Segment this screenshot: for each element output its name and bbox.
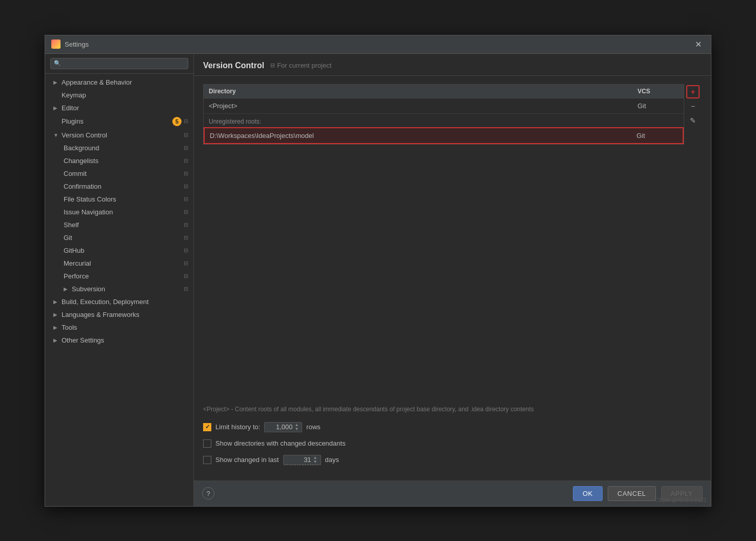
arrow-icon: ▶ — [53, 79, 59, 85]
side-actions: + − ✎ — [684, 84, 702, 151]
sidebar-item-tools[interactable]: ▶ Tools — [45, 321, 193, 334]
sidebar-item-label: Perforce — [64, 272, 182, 280]
limit-history-input[interactable] — [267, 423, 292, 431]
page-icon: ⊟ — [184, 183, 188, 190]
sidebar-item-label: Editor — [62, 104, 188, 112]
plugins-badge: 5 — [172, 117, 182, 126]
option-show-changed: Show changed in last ▲ ▼ days — [203, 455, 702, 465]
search-wrapper[interactable]: 🔍 — [50, 58, 188, 69]
page-icon: ⊟ — [184, 286, 188, 292]
sidebar-item-plugins[interactable]: Plugins 5 ⊟ — [45, 114, 193, 129]
add-button[interactable]: + — [686, 85, 700, 98]
sidebar-item-shelf[interactable]: Shelf ⊟ — [45, 218, 193, 231]
arrow-icon: ▶ — [53, 312, 59, 317]
sidebar-item-changelists[interactable]: Changelists ⊟ — [45, 154, 193, 167]
show-changed-input[interactable] — [286, 456, 311, 464]
vcs-cell: Git — [636, 132, 678, 139]
page-icon: ⊟ — [184, 132, 188, 138]
empty-space — [203, 157, 702, 405]
show-changed-spinbox[interactable]: ▲ ▼ — [283, 455, 321, 465]
page-icon: ⊟ — [184, 118, 188, 125]
sidebar-item-label: Background — [64, 144, 182, 152]
sidebar-item-label: Confirmation — [64, 183, 182, 190]
app-icon — [51, 39, 61, 49]
sidebar-item-label: Tools — [62, 324, 188, 331]
show-changed-label-after: days — [325, 456, 339, 464]
dialog-footer: ? OK CANCEL APPLY — [194, 480, 711, 506]
page-icon: ⊟ — [184, 209, 188, 215]
arrow-icon: ▶ — [53, 325, 59, 330]
sidebar-item-languages[interactable]: ▶ Languages & Frameworks — [45, 308, 193, 321]
sidebar-item-label: Issue Navigation — [64, 208, 182, 216]
sidebar-navigation: ▶ Appearance & Behavior Keymap ▶ Editor … — [45, 74, 193, 349]
footer-note: <Project> - Content roots of all modules… — [203, 405, 702, 414]
sidebar: 🔍 ▶ Appearance & Behavior Keymap ▶ — [45, 54, 194, 506]
highlighted-table-row[interactable]: D:\Workspaces\IdeaProjects\model Git — [204, 127, 684, 144]
show-changed-label-before: Show changed in last — [215, 456, 279, 464]
sidebar-item-other-settings[interactable]: ▶ Other Settings — [45, 334, 193, 347]
main-content: Version Control ⊟ For current project Di… — [194, 54, 711, 506]
option-limit-history: Limit history to: ▲ ▼ rows — [203, 422, 702, 432]
show-directories-checkbox[interactable] — [203, 439, 211, 448]
sidebar-item-label: File Status Colors — [64, 195, 182, 203]
sidebar-item-label: Plugins — [62, 117, 169, 125]
sidebar-item-label: Keymap — [62, 91, 188, 99]
title-bar: Settings ✕ — [45, 35, 711, 54]
spinbox-down-arrow[interactable]: ▼ — [293, 427, 300, 431]
close-button[interactable]: ✕ — [692, 38, 705, 50]
directory-cell: <Project> — [209, 102, 638, 110]
search-input[interactable] — [63, 60, 185, 67]
vcs-cell: Git — [638, 102, 679, 110]
limit-history-spinbox[interactable]: ▲ ▼ — [264, 422, 302, 432]
watermark: CSDN @邓邓子2021 — [654, 496, 707, 504]
ok-button[interactable]: OK — [573, 486, 603, 501]
subtitle-text: For current project — [277, 62, 331, 69]
sidebar-item-build[interactable]: ▶ Build, Execution, Deployment — [45, 295, 193, 308]
col-directory-header: Directory — [209, 88, 638, 95]
page-icon: ⊟ — [184, 170, 188, 177]
sidebar-item-file-status-colors[interactable]: File Status Colors ⊟ — [45, 193, 193, 206]
sidebar-item-label: Commit — [64, 170, 182, 177]
directory-cell: D:\Workspaces\IdeaProjects\model — [210, 132, 636, 139]
page-icon: ⊟ — [184, 260, 188, 267]
limit-history-label-before: Limit history to: — [215, 423, 260, 431]
sidebar-item-git[interactable]: Git ⊟ — [45, 231, 193, 244]
col-vcs-header: VCS — [638, 88, 679, 95]
page-icon: ⊟ — [184, 234, 188, 241]
sidebar-item-editor[interactable]: ▶ Editor — [45, 102, 193, 114]
sidebar-item-issue-navigation[interactable]: Issue Navigation ⊟ — [45, 206, 193, 218]
spinbox-down-arrow[interactable]: ▼ — [312, 460, 319, 464]
help-button[interactable]: ? — [202, 487, 214, 499]
sidebar-item-commit[interactable]: Commit ⊟ — [45, 167, 193, 180]
page-icon: ⊟ — [184, 273, 188, 279]
sidebar-item-label: Git — [64, 234, 182, 242]
arrow-icon: ▶ — [53, 105, 59, 111]
sidebar-item-subversion[interactable]: ▶ Subversion ⊟ — [45, 283, 193, 295]
remove-button[interactable]: − — [686, 99, 700, 113]
sidebar-item-label: Appearance & Behavior — [62, 78, 188, 86]
arrow-icon: ▶ — [64, 286, 70, 292]
cancel-button[interactable]: CANCEL — [608, 486, 656, 501]
show-changed-checkbox[interactable] — [203, 456, 211, 464]
sidebar-item-github[interactable]: GitHub ⊟ — [45, 244, 193, 257]
spinbox-arrows: ▲ ▼ — [312, 456, 319, 464]
page-title: Version Control — [203, 61, 264, 70]
vcs-table: Directory VCS <Project> Git Unregistered… — [203, 84, 684, 145]
sidebar-item-keymap[interactable]: Keymap — [45, 89, 193, 102]
sidebar-item-appearance[interactable]: ▶ Appearance & Behavior — [45, 76, 193, 89]
sidebar-item-version-control[interactable]: ▼ Version Control ⊟ — [45, 129, 193, 142]
settings-dialog: Settings ✕ 🔍 ▶ Appearance & Behavior — [45, 35, 711, 507]
sidebar-item-confirmation[interactable]: Confirmation ⊟ — [45, 180, 193, 193]
sidebar-item-mercurial[interactable]: Mercurial ⊟ — [45, 257, 193, 270]
search-bar: 🔍 — [45, 54, 193, 74]
sidebar-item-label: Version Control — [62, 131, 182, 139]
dialog-body: 🔍 ▶ Appearance & Behavior Keymap ▶ — [45, 54, 711, 506]
edit-button[interactable]: ✎ — [686, 114, 700, 127]
table-row[interactable]: <Project> Git — [204, 98, 684, 114]
page-icon: ⊟ — [184, 157, 188, 164]
sidebar-item-perforce[interactable]: Perforce ⊟ — [45, 270, 193, 283]
table-header: Directory VCS — [204, 85, 684, 98]
sidebar-item-label: GitHub — [64, 247, 182, 254]
sidebar-item-background[interactable]: Background ⊟ — [45, 142, 193, 154]
limit-history-checkbox[interactable] — [203, 423, 211, 431]
